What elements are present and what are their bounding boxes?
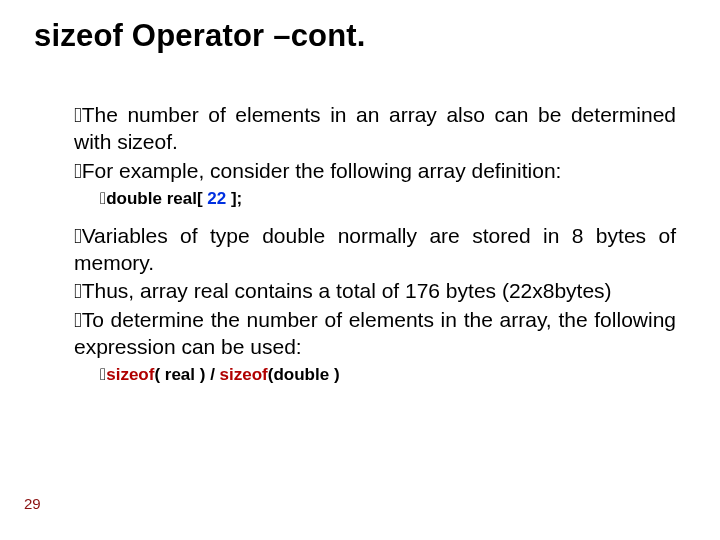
bullet-glyph-icon: : [74, 279, 82, 303]
page-number: 29: [24, 495, 41, 512]
bullet-item: The number of elements in an array also…: [74, 102, 676, 156]
code-keyword: sizeof: [220, 365, 268, 384]
bullet-text: For example, consider the following arra…: [82, 159, 562, 182]
code-example-1: double real[ 22 ];: [74, 189, 676, 209]
bullet-glyph-icon: : [74, 224, 82, 248]
bullet-glyph-icon: : [74, 308, 82, 332]
bullet-text: To determine the number of elements in t…: [74, 308, 676, 358]
bullet-glyph-icon: : [74, 103, 82, 127]
code-keyword: sizeof: [106, 365, 154, 384]
bullet-item: Thus, array real contains a total of 17…: [74, 278, 676, 305]
slide-title: sizeof Operator –cont.: [34, 18, 686, 54]
bullet-text: The number of elements in an array also …: [74, 103, 676, 153]
bullet-item: Variables of type double normally are s…: [74, 223, 676, 277]
code-literal: 22: [207, 189, 226, 208]
bullet-text: Thus, array real contains a total of 176…: [82, 279, 612, 302]
code-token: ];: [226, 189, 242, 208]
bullet-item: To determine the number of elements in …: [74, 307, 676, 361]
bullet-item: For example, consider the following arr…: [74, 158, 676, 185]
code-token: ( real ) /: [154, 365, 219, 384]
slide-content: The number of elements in an array also…: [34, 102, 686, 385]
code-token: double real[: [106, 189, 207, 208]
code-token: (double ): [268, 365, 340, 384]
bullet-glyph-icon: : [74, 159, 82, 183]
bullet-text: Variables of type double normally are st…: [74, 224, 676, 274]
code-example-2: sizeof( real ) / sizeof(double ): [74, 365, 676, 385]
